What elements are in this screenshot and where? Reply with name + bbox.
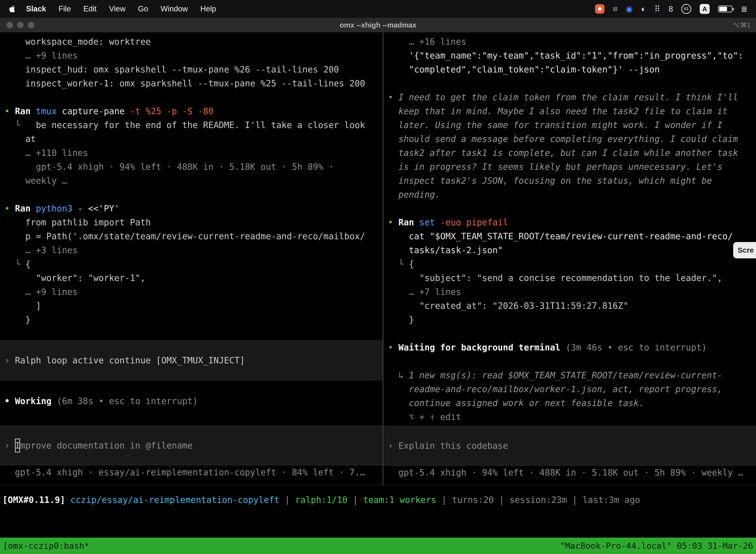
- apple-icon[interactable]: [8, 5, 16, 13]
- terminal-line: inspect_hud: omx sparkshell --tmux-pane …: [4, 63, 382, 76]
- terminal-line: }: [4, 313, 382, 327]
- terminal-line: cat "$OMX_TEAM_STATE_ROOT/team/review-cu…: [388, 229, 756, 243]
- window-minimize-button[interactable]: [17, 22, 23, 28]
- terminal-line: ⌥ + ↑ edit: [388, 410, 756, 424]
- terminal-line: ]: [4, 299, 382, 313]
- terminal-line: … +3 lines: [4, 243, 382, 257]
- terminal-line: pending.: [388, 188, 756, 202]
- terminal-line: "completed","claim_token":"claim-token"}…: [388, 63, 756, 76]
- terminal-line: gpt-5.4 xhigh · 94% left · 488K in · 5.1…: [4, 160, 382, 174]
- window-zoom-button[interactable]: [28, 22, 34, 28]
- window-title: omx --xhigh --madmax: [0, 21, 756, 29]
- menu-item-edit[interactable]: Edit: [77, 4, 103, 13]
- terminal-line: "worker": "worker-1",: [4, 271, 382, 285]
- window-controls: [0, 22, 34, 28]
- terminal-line: gpt-5.4 xhigh · essay/ai-reimplementatio…: [4, 465, 382, 479]
- menu-item-go[interactable]: Go: [132, 4, 154, 13]
- terminal-line: inspect task2's JSON, focusing on the st…: [388, 174, 756, 188]
- prompt-input-box[interactable]: › Explain this codebase: [383, 426, 756, 466]
- macos-menu-bar: Slack FileEditViewGoWindowHelp ⌗◉◐⠿861A≣: [0, 0, 756, 18]
- terminal-line: [388, 354, 756, 368]
- terminal-line: continue assigned work or next feasible …: [388, 396, 756, 410]
- prompt-input-box[interactable]: › Improve documentation in @filename: [0, 426, 382, 465]
- window-shortcut-hint: ⌥⌘1: [733, 21, 751, 29]
- terminal-line: weekly …: [4, 174, 382, 188]
- terminal-line: "created_at": "2026-03-31T11:59:27.816Z": [388, 299, 756, 313]
- terminal-line: [4, 90, 382, 104]
- terminal-line: … +110 lines: [4, 146, 382, 160]
- terminal-line: is in progress? It seems likely but perh…: [388, 160, 756, 174]
- terminal-line: • I need to get the claim token from the…: [388, 90, 756, 104]
- terminal-line: [4, 380, 382, 394]
- tmux-host-clock: "MacBook-Pro-44.local" 05:03 31-Mar-26: [560, 541, 753, 551]
- terminal-line: … +9 lines: [4, 49, 382, 63]
- terminal-line: • Ran set -euo pipefail: [388, 215, 756, 229]
- terminal-line: at: [4, 132, 382, 146]
- terminal-line: keep that in mind. Maybe I also need the…: [388, 104, 756, 118]
- terminal-line: [388, 327, 756, 340]
- terminal-line: inspect_worker-1: omx sparkshell --tmux-…: [4, 76, 382, 90]
- terminal-line: • Ran tmux capture-pane -t %25 -p -S -80: [4, 104, 382, 118]
- terminal-line: tasks/task-2.json": [388, 243, 756, 257]
- menu-item-help[interactable]: Help: [194, 4, 223, 13]
- terminal-line: … +9 lines: [4, 285, 382, 299]
- terminal-line: [388, 76, 756, 90]
- terminal-line: [4, 188, 382, 202]
- menu-item-window[interactable]: Window: [154, 4, 194, 13]
- terminal-line: └ {: [4, 257, 382, 271]
- terminal-right-pane[interactable]: … +16 lines '{"team_name":"my-team","tas…: [383, 33, 756, 480]
- terminal-line: readme-and-reco/mailbox/worker-1.json, a…: [388, 382, 756, 396]
- app-icon-blue[interactable]: ◉: [626, 4, 633, 14]
- terminal-line: '{"team_name":"my-team","task_id":"1","f…: [388, 49, 756, 63]
- figure-eight-icon[interactable]: 8: [669, 4, 673, 14]
- menu-lines-icon[interactable]: ≣: [741, 4, 748, 14]
- tmux-status-bar: [omx-cczip0:bash* "MacBook-Pro-44.local"…: [0, 538, 756, 554]
- terminal-line: ↳ 1 new msg(s): read $OMX_TEAM_STATE_ROO…: [388, 368, 756, 382]
- menu-bar-status-icons: ⌗◉◐⠿861A≣: [595, 4, 748, 14]
- terminal-line: └ {: [388, 257, 756, 271]
- terminal-left-pane[interactable]: workspace_mode: worktree … +9 lines insp…: [0, 33, 382, 479]
- tmux-session-label: [omx-cczip0:bash*: [3, 541, 89, 551]
- percent-badge-icon[interactable]: 61: [681, 4, 691, 14]
- window-close-button[interactable]: [6, 22, 13, 28]
- display-grid-icon[interactable]: ⌗: [613, 4, 617, 14]
- terminal-line: … +16 lines: [388, 35, 756, 49]
- window-title-bar: omx --xhigh --madmax ⌥⌘1: [0, 18, 756, 33]
- terminal-line: … +7 lines: [388, 285, 756, 299]
- terminal-line: • Ran python3 - <<'PY': [4, 202, 382, 215]
- terminal-line: from pathlib import Path: [4, 215, 382, 229]
- terminal-line: gpt-5.4 xhigh · 94% left · 488K in · 5.1…: [388, 466, 756, 480]
- battery-icon[interactable]: [718, 5, 733, 12]
- terminal-line: workspace_mode: worktree: [4, 35, 382, 49]
- dots-grid-icon[interactable]: ⠿: [654, 4, 660, 14]
- terminal-line: • Working (6m 38s • esc to interrupt): [4, 394, 382, 408]
- omx-status-line: [OMX#0.11.9] cczip/essay/ai-reimplementa…: [2, 493, 756, 507]
- terminal-line: task2 after task1 is complete, but can I…: [388, 146, 756, 160]
- terminal-window: workspace_mode: worktree … +9 lines insp…: [0, 33, 756, 554]
- terminal-line: [4, 327, 382, 340]
- hud-divider: [0, 485, 756, 485]
- menu-app-name[interactable]: Slack: [20, 4, 52, 13]
- terminal-line: should send a message before completing …: [388, 132, 756, 146]
- terminal-line: later. Using the same for transition mig…: [388, 118, 756, 132]
- screen-share-notice[interactable]: Scre: [733, 242, 756, 258]
- input-source-icon[interactable]: A: [700, 4, 710, 14]
- terminal-line: "subject": "send a concise recommendatio…: [388, 271, 756, 285]
- terminal-line: [388, 202, 756, 215]
- terminal-line: }: [388, 313, 756, 327]
- terminal-line: • Waiting for background terminal (3m 46…: [388, 340, 756, 354]
- prompt-input-box[interactable]: › Ralph loop active continue [OMX_TMUX_I…: [0, 340, 382, 380]
- terminal-line: └ be necessary for the end of the README…: [4, 118, 382, 132]
- app-icon-dark[interactable]: ◐: [641, 4, 646, 14]
- menu-item-file[interactable]: File: [52, 4, 77, 13]
- menu-item-view[interactable]: View: [103, 4, 132, 13]
- screen-recording-indicator[interactable]: [595, 4, 605, 14]
- terminal-line: p = Path('.omx/state/team/review-current…: [4, 229, 382, 243]
